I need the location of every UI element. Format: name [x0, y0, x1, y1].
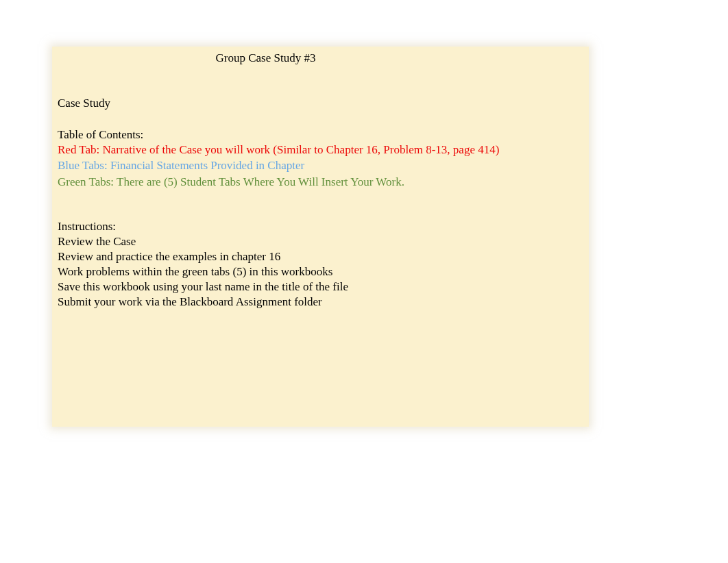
instruction-line: Save this workbook using your last name …	[58, 280, 583, 294]
document-title: Group Case Study #3	[0, 51, 583, 65]
toc-green-tab: Green Tabs: There are (5) Student Tabs W…	[58, 175, 583, 189]
instruction-line: Review the Case	[58, 235, 583, 249]
instruction-line: Review and practice the examples in chap…	[58, 250, 583, 264]
toc-blue-tab: Blue Tabs: Financial Statements Provided…	[58, 159, 583, 173]
instruction-line: Work problems within the green tabs (5) …	[58, 265, 583, 279]
case-study-heading: Case Study	[58, 97, 583, 110]
toc-heading: Table of Contents:	[58, 128, 583, 142]
instructions-heading: Instructions:	[58, 220, 583, 234]
document-card: Group Case Study #3 Case Study Table of …	[52, 47, 589, 427]
instruction-line: Submit your work via the Blackboard Assi…	[58, 295, 583, 309]
toc-red-tab: Red Tab: Narrative of the Case you will …	[58, 143, 583, 157]
